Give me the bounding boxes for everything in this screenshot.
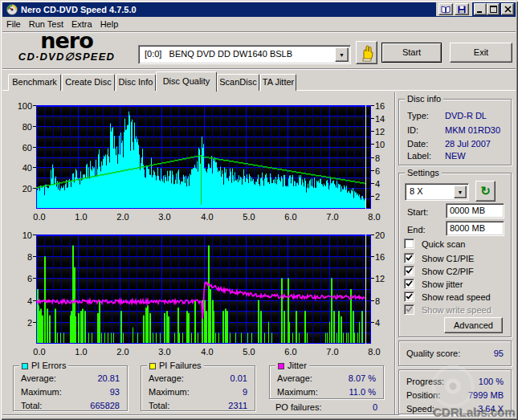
axis-tick: [371, 131, 374, 132]
pi-errors-stats-group: PI ErrorsAverage:20.81Maximum:93Total:66…: [13, 365, 128, 411]
speed-select-arrow[interactable]: ▼: [454, 186, 467, 198]
axis-tick: [371, 234, 374, 235]
disk-icon: [458, 6, 466, 14]
checkbox-show-write-speed[interactable]: [404, 304, 414, 315]
y-left-label-1: 10: [8, 230, 32, 240]
chevron-down-icon: ▼: [339, 52, 345, 58]
pi-failures-row-label-1: Maximum:: [149, 387, 190, 397]
x-label-1: 7.0: [319, 347, 346, 357]
speed-select[interactable]: 8 X ▼: [405, 183, 469, 201]
x-label-0: 0.0: [26, 212, 53, 222]
tab-ta-jitter[interactable]: TA Jitter: [260, 74, 296, 91]
jitter-row-value-1: 11.0 %: [349, 387, 376, 397]
axis-tick: [371, 183, 374, 184]
x-label-0: 3.0: [151, 212, 178, 222]
watermark-text: CDRLabs.com: [433, 406, 516, 419]
check-icon: [406, 267, 413, 275]
checkbox-show-c1-pie[interactable]: [404, 253, 414, 263]
x-label-0: 7.0: [319, 212, 346, 222]
disc-info-label-0: Type:: [407, 111, 429, 120]
drive-select-arrow[interactable]: ▼: [335, 47, 349, 62]
menu-item-file[interactable]: File: [2, 18, 25, 31]
pi-failures-row-value-1: 9: [243, 387, 247, 397]
close-icon: [504, 6, 512, 13]
axis-tick: [371, 322, 374, 323]
x-label-0: 1.0: [67, 212, 95, 222]
tab-disc-info[interactable]: Disc Info: [116, 74, 156, 91]
x-label-1: 3.0: [151, 347, 178, 357]
po-failures-label: PO failures:: [275, 402, 321, 412]
checkbox-show-c2-pif[interactable]: [404, 266, 414, 276]
progress-row-value-0: 100 %: [479, 377, 504, 386]
checkbox-show-jitter[interactable]: [404, 279, 414, 289]
tab-benchmark[interactable]: Benchmark: [8, 74, 61, 91]
scan-start-label: Start:: [407, 207, 428, 217]
checkbox-show-read-speed[interactable]: [404, 292, 414, 302]
settings-group: Settings 8 X ▼ ↻ Start: 0000 MB End: 800…: [398, 173, 512, 337]
jitter-row-value-0: 8.07 %: [349, 373, 376, 383]
x-label-1: 5.0: [235, 347, 263, 357]
axis-tick: [371, 196, 374, 197]
checkbox-quick-scan[interactable]: [404, 239, 414, 249]
checkbox-label-1: Show C1/PIE: [422, 254, 474, 263]
maximize-button[interactable]: [487, 3, 500, 15]
advanced-button[interactable]: Advanced: [444, 317, 503, 333]
close-button[interactable]: [501, 3, 514, 15]
x-label-0: 4.0: [194, 212, 221, 222]
menu-item-help[interactable]: Help: [96, 18, 123, 31]
tab-disc-quality[interactable]: Disc Quality: [156, 71, 217, 92]
y-left-label-0: 100: [8, 101, 32, 111]
x-label-1: 0.0: [26, 347, 53, 357]
drive-select-value: [0:0] BENQ DVD DD DW1640 BSLB: [145, 49, 292, 59]
scan-end-value: 8000 MB: [450, 223, 485, 233]
scan-end-field[interactable]: 8000 MB: [446, 221, 504, 236]
minimize-icon: [477, 6, 483, 13]
axis-tick: [33, 126, 36, 127]
pi-errors-swatch: [22, 363, 28, 369]
checkbox-label-2: Show C2/PIF: [422, 267, 474, 276]
disc-info-value-0: DVD-R DL: [445, 111, 487, 120]
drive-select[interactable]: [0:0] BENQ DVD DD DW1640 BSLB ▼: [138, 45, 351, 64]
minimize-button[interactable]: [474, 3, 487, 15]
disc-info-value-2: 28 Jul 2007: [445, 139, 491, 149]
x-label-0: 2.0: [109, 212, 137, 222]
scan-end-label: End:: [407, 225, 426, 234]
tab-label: ScanDisc: [218, 77, 259, 87]
axis-tick: [33, 278, 36, 279]
disc-info-label-1: ID:: [407, 125, 418, 135]
start-button[interactable]: Start: [381, 43, 442, 63]
axis-tick: [371, 170, 374, 171]
scan-start-value: 0000 MB: [450, 206, 485, 215]
y-left-label-0: 80: [8, 122, 32, 132]
y-left-label-0: 60: [8, 143, 32, 153]
disc-info-group: Disc info Type:DVD-R DLID:MKM 01RD30Date…: [398, 99, 512, 165]
check-icon: [406, 306, 413, 313]
disc-info-legend: Disc info: [405, 94, 443, 104]
refresh-button[interactable]: ↻: [475, 181, 496, 202]
tab-create-disc[interactable]: Create Disc: [62, 74, 115, 91]
axis-tick: [371, 256, 374, 257]
axis-tick: [371, 278, 374, 279]
help-book-button[interactable]: [438, 3, 453, 15]
exit-button[interactable]: Exit: [450, 43, 512, 63]
window-title: Nero CD-DVD Speed 4.7.5.0: [21, 5, 137, 14]
axis-tick: [33, 256, 36, 257]
y-left-label-1: 4: [8, 296, 32, 306]
y-left-label-1: 8: [8, 252, 32, 262]
eject-hand-button[interactable]: [356, 41, 377, 64]
maximize-icon: [490, 6, 497, 13]
scan-start-field[interactable]: 0000 MB: [446, 203, 504, 218]
pi-failures-legend: PI Failures: [147, 361, 204, 370]
po-failures-value: 0: [345, 402, 377, 412]
start-button-label: Start: [402, 47, 421, 57]
tab-scandisc[interactable]: ScanDisc: [217, 74, 259, 91]
checkbox-label-5: Show write speed: [422, 305, 491, 315]
jitter-swatch: [278, 363, 284, 369]
check-icon: [406, 255, 413, 262]
axis-tick: [371, 300, 374, 301]
save-button[interactable]: [455, 3, 469, 15]
nero-logo: nero: [22, 33, 111, 49]
disc-info-label-3: Label:: [407, 151, 431, 161]
exit-button-label: Exit: [474, 47, 488, 57]
axis-tick: [33, 234, 36, 235]
